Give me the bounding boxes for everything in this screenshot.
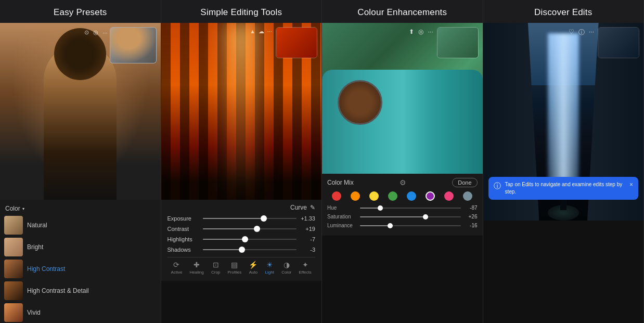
panel-simple-editing: Simple Editing Tools ▲ ☁ ··· Curve ✎ Exp… [161, 0, 323, 323]
saturation-thumb[interactable] [423, 214, 428, 219]
people-icon-3[interactable]: ◎ [418, 28, 423, 35]
dot-pink[interactable] [444, 191, 454, 201]
tool-profiles[interactable]: ▤Profiles [227, 261, 241, 275]
thumbnail-inner-4 [598, 28, 639, 58]
more-icon-4[interactable]: ··· [589, 28, 594, 37]
tool-active[interactable]: ⟳Active [171, 261, 183, 275]
bubble-close-button[interactable]: × [629, 181, 633, 188]
preset-row-natural[interactable]: Natural [0, 214, 161, 236]
settings-icon[interactable]: ⚙ [400, 178, 406, 187]
saturation-fill [360, 216, 426, 217]
tool-healing[interactable]: ✚Healing [190, 261, 204, 275]
luminance-row[interactable]: Luminance -16 [327, 223, 478, 228]
color-mix-label: Color Mix [327, 179, 354, 186]
exposure-track[interactable] [203, 218, 297, 219]
contrast-thumb[interactable] [254, 226, 260, 232]
tool-color[interactable]: ◑Color [281, 261, 291, 275]
share-icon-3[interactable]: ⬆ [409, 28, 414, 35]
slider-exposure[interactable]: Exposure +1.33 [168, 215, 316, 222]
tool-crop[interactable]: ⊡Crop [211, 261, 220, 275]
highlights-label: Highlights [168, 236, 199, 242]
hue-thumb[interactable] [378, 205, 383, 211]
color-mix-panel: Color Mix ⚙ Done Hue [322, 174, 483, 236]
tool-label-auto: Auto [249, 270, 257, 275]
highlights-thumb[interactable] [242, 236, 248, 242]
phone-screen-2: ▲ ☁ ··· Curve ✎ Exposure +1.33 C [161, 23, 322, 323]
presets-category[interactable]: Color ▾ [0, 203, 161, 214]
hue-row[interactable]: Hue -87 [327, 205, 478, 211]
panel-easy-presets: Easy Presets ⊙ ◎ ··· Color ▾ Natur [0, 0, 161, 323]
preset-row-vivid[interactable]: Vivid [0, 302, 161, 323]
main-photo-3: ⬆ ◎ ··· [322, 23, 483, 174]
tool-light[interactable]: ☀Light [265, 261, 274, 275]
tool-label-active: Active [171, 270, 183, 275]
dot-red[interactable] [332, 191, 341, 201]
luminance-fill [360, 225, 390, 226]
preset-name-high-contrast: High Contrast [27, 265, 65, 273]
dot-blue[interactable] [407, 191, 416, 201]
more-icon-2[interactable]: ··· [267, 28, 272, 35]
share-icon[interactable]: ⊙ [84, 29, 89, 36]
auto-icon: ⚡ [249, 261, 257, 269]
wifi-icon: ▲ [250, 28, 255, 35]
info-icon[interactable]: ⓘ [578, 28, 585, 37]
exposure-value: +1.33 [301, 215, 315, 222]
tool-label-profiles: Profiles [227, 270, 241, 275]
preset-thumb-hcd [4, 281, 23, 300]
toolbar-icons-1: ⊙ ◎ ··· [84, 29, 107, 36]
shadows-track[interactable] [203, 249, 297, 250]
curve-label: Curve ✎ [168, 204, 316, 211]
dot-orange[interactable] [351, 191, 360, 201]
more-icon-3[interactable]: ··· [428, 28, 433, 35]
heart-icon[interactable]: ♡ [569, 28, 574, 37]
dot-yellow[interactable] [369, 191, 379, 201]
exposure-thumb[interactable] [261, 215, 267, 222]
slider-shadows[interactable]: Shadows -3 [168, 247, 316, 253]
highlights-fill [203, 239, 245, 240]
tool-auto[interactable]: ⚡Auto [249, 261, 257, 275]
thumbnail-inner-1 [110, 28, 156, 63]
shadows-thumb[interactable] [239, 247, 245, 253]
highlights-track[interactable] [203, 239, 297, 240]
hsl-sliders: Hue -87 Saturation +26 [327, 205, 478, 228]
phone-screen-3: ⬆ ◎ ··· Color Mix ⚙ Done [322, 23, 483, 323]
contrast-label: Contrast [168, 226, 199, 232]
preset-row-bright[interactable]: Bright [0, 236, 161, 258]
luminance-track[interactable] [360, 225, 461, 226]
dot-gray[interactable] [463, 191, 472, 201]
slider-contrast[interactable]: Contrast +19 [168, 226, 316, 232]
info-bubble: ⓘ Tap on Edits to navigate and examine e… [488, 177, 639, 200]
luminance-thumb[interactable] [388, 223, 393, 228]
saturation-track[interactable] [360, 216, 461, 217]
contrast-value: +19 [301, 226, 315, 232]
curve-text: Curve [290, 204, 307, 211]
saturation-label: Saturation [327, 214, 356, 219]
panel-title-colour: Colour Enhancements [353, 0, 451, 23]
tool-effects[interactable]: ✦Effects [299, 261, 311, 275]
preset-thumb-high-contrast [4, 260, 23, 278]
thumbnail-1 [110, 27, 157, 63]
preset-thumb-vivid [4, 303, 23, 322]
hue-track[interactable] [360, 208, 461, 209]
truck-subject [322, 70, 483, 174]
preset-row-high-contrast[interactable]: High Contrast [0, 258, 161, 280]
dot-green[interactable] [388, 191, 397, 201]
contrast-track[interactable] [203, 228, 297, 229]
preset-row-high-contrast-detail[interactable]: High Contrast & Detail [0, 280, 161, 302]
main-photo-1: ⊙ ◎ ··· [0, 23, 161, 200]
thumbnail-inner-2 [276, 28, 317, 58]
dot-purple[interactable] [426, 191, 435, 201]
done-label: Done [458, 179, 471, 186]
saturation-row[interactable]: Saturation +26 [327, 214, 478, 219]
panel-title-simple-editing: Simple Editing Tools [196, 0, 286, 23]
presets-panel: Color ▾ Natural Bright High Contrast Hig… [0, 200, 161, 323]
done-button[interactable]: Done [452, 178, 477, 187]
slider-highlights[interactable]: Highlights -7 [168, 236, 316, 242]
more-icon[interactable]: ··· [102, 30, 107, 36]
luminance-label: Luminance [327, 223, 356, 228]
category-label: Color [5, 205, 20, 212]
people-icon[interactable]: ◎ [93, 29, 98, 36]
thumbnail-2 [276, 27, 317, 58]
color-mix-header: Color Mix ⚙ Done [327, 178, 478, 187]
main-photo-4: ♡ ⓘ ··· ⓘ Tap on Edits to navigate and e… [483, 23, 644, 221]
